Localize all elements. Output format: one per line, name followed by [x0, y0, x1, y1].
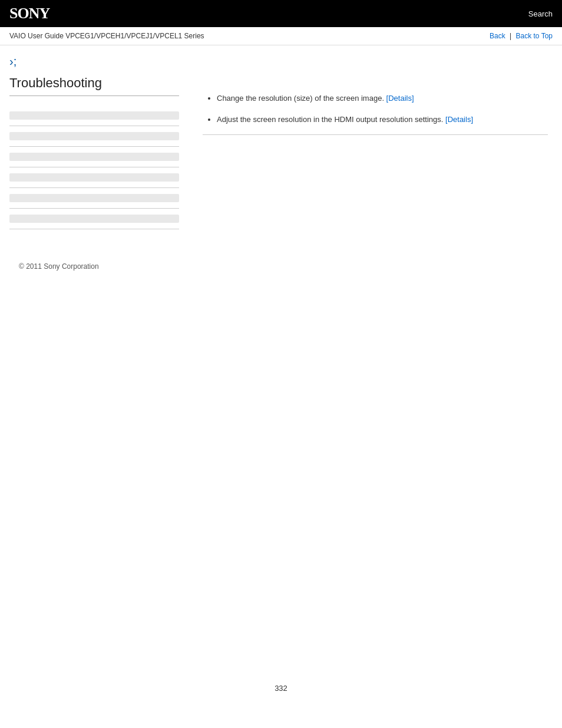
nav-links: Back | Back to Top [490, 32, 553, 40]
sidebar-item[interactable] [9, 126, 179, 147]
sidebar-item[interactable] [9, 106, 179, 126]
content-item-2-text: Adjust the screen resolution in the HDMI… [217, 115, 445, 124]
content-item-1-text: Change the resolution (size) of the scre… [217, 94, 386, 103]
back-to-top-link[interactable]: Back to Top [516, 32, 553, 40]
sidebar-link[interactable] [9, 194, 179, 202]
breadcrumb-text: VAIO User Guide VPCEG1/VPCEH1/VPCEJ1/VPC… [9, 32, 204, 40]
back-link[interactable]: Back [490, 32, 505, 40]
page-number: 332 [0, 672, 562, 704]
sidebar-link[interactable] [9, 173, 179, 182]
separator: | [510, 32, 513, 40]
sidebar-link[interactable] [9, 215, 179, 223]
header: SONY Search [0, 0, 562, 27]
sidebar-link[interactable] [9, 132, 179, 140]
sidebar-item[interactable] [9, 167, 179, 188]
sidebar-item[interactable] [9, 188, 179, 209]
content-area: Change the resolution (size) of the scre… [189, 45, 562, 289]
sidebar: ›; Troubleshooting © 2011 Sony Corporati… [0, 45, 189, 289]
sidebar-item[interactable] [9, 147, 179, 167]
main-container: ›; Troubleshooting © 2011 Sony Corporati… [0, 45, 562, 289]
sidebar-section-title: Troubleshooting [9, 75, 179, 96]
content-divider [203, 134, 548, 135]
sidebar-link[interactable] [9, 111, 179, 120]
footer-copyright: © 2011 Sony Corporation [9, 253, 179, 280]
search-button[interactable]: Search [528, 9, 553, 18]
content-item-2: Adjust the screen resolution in the HDMI… [217, 114, 548, 126]
sidebar-link[interactable] [9, 153, 179, 161]
sidebar-item[interactable] [9, 209, 179, 229]
sony-logo: SONY [9, 5, 49, 22]
content-item-1-link[interactable]: [Details] [386, 94, 414, 103]
content-list: Change the resolution (size) of the scre… [203, 93, 548, 125]
chevron-right-icon: ›; [9, 55, 179, 68]
breadcrumb-bar: VAIO User Guide VPCEG1/VPCEH1/VPCEJ1/VPC… [0, 27, 562, 45]
content-item-1: Change the resolution (size) of the scre… [217, 93, 548, 104]
content-item-2-link[interactable]: [Details] [445, 115, 473, 124]
sidebar-links [9, 106, 179, 229]
